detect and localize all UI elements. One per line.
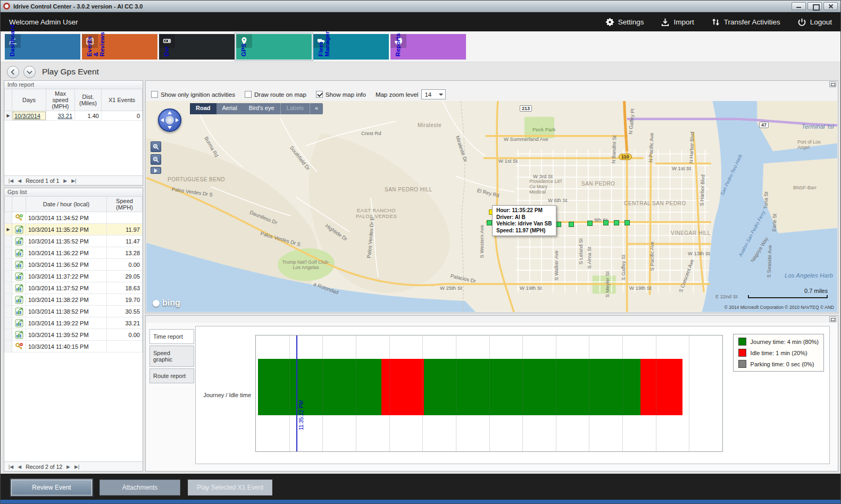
map-view-tabs-collapse-button[interactable]: «	[310, 103, 323, 114]
map-view-tab-labels[interactable]: Labels	[280, 103, 310, 114]
info-column-header[interactable]: X1 Events	[102, 89, 143, 111]
gps-row[interactable]: 10/3/2014 11:37:22 PM29.05	[5, 271, 143, 282]
gps-row[interactable]: 10/3/2014 11:34:52 PM	[5, 212, 143, 224]
info-column-header[interactable]: Max speed (MPH)	[46, 89, 75, 111]
window-title: Idrive Control Center - 3.0.2 version - …	[13, 3, 143, 10]
pager-first-button[interactable]: |◀	[9, 464, 13, 469]
window-controls	[792, 2, 838, 10]
review-event-button[interactable]: Review Event	[11, 480, 92, 495]
gps-point-marker[interactable]	[614, 220, 619, 225]
map-collapse-button[interactable]	[829, 81, 836, 87]
gps-column-header[interactable]: Date / hour (local)	[26, 197, 107, 212]
pager-prev-button[interactable]: ◀	[18, 178, 21, 183]
pan-north-icon	[168, 111, 172, 114]
nav-tab-fleet-manager[interactable]: Fleet Manager	[313, 34, 389, 60]
zoom-out-button[interactable]	[151, 154, 161, 165]
gps-point-marker[interactable]	[624, 220, 630, 225]
import-button[interactable]: Import	[661, 18, 694, 27]
checkbox-show-map-info[interactable]: Show map info	[316, 91, 366, 98]
journey-idle-bar	[258, 359, 682, 416]
nav-tab-label: GPS	[240, 48, 247, 56]
info-column-header[interactable]: Days	[12, 89, 46, 111]
minimize-button[interactable]	[792, 2, 806, 10]
gps-column-header[interactable]: Speed (MPH)	[107, 197, 143, 212]
map-label: S Western Ave	[479, 225, 485, 258]
pager-last-button[interactable]: ▶|	[74, 464, 79, 469]
pager-next-button[interactable]: ▶	[63, 178, 67, 183]
checkbox-icon	[245, 91, 252, 98]
gps-point-marker[interactable]	[603, 220, 609, 225]
gps-row[interactable]: ▶10/3/2014 11:35:22 PM11.97	[5, 224, 143, 236]
expand-down-button[interactable]	[23, 66, 36, 78]
gps-point-marker[interactable]	[587, 221, 593, 226]
back-button[interactable]	[7, 66, 19, 78]
gps-row[interactable]: 10/3/2014 11:38:22 PM19.70	[5, 294, 143, 306]
gps-point-marker[interactable]	[487, 220, 492, 225]
maximize-button[interactable]	[807, 2, 822, 10]
gps-row[interactable]: 10/3/2014 11:39:22 PM33.21	[5, 317, 143, 329]
info-report-row[interactable]: ▶10/3/201433.211.400	[5, 111, 143, 121]
nav-tab-events-reviews[interactable]: Events & Reviews	[82, 34, 157, 60]
map-canvas[interactable]: MiralestePeck ParkW Summerland AveCrest …	[146, 101, 837, 312]
gps-row[interactable]: 10/3/2014 11:35:52 PM11.47	[5, 236, 143, 247]
gps-row[interactable]: 10/3/2014 11:36:22 PM13.28	[5, 247, 143, 259]
legend-item-journey: Journey time: 4 min (80%)	[738, 338, 819, 346]
gridline	[456, 335, 456, 451]
gps-point-marker[interactable]	[556, 222, 561, 227]
gps-speed-cell	[107, 212, 143, 224]
report-tab-time-report[interactable]: Time report	[149, 329, 194, 344]
close-button[interactable]	[823, 2, 838, 10]
map-view-tab-bird-s-eye[interactable]: Bird's eye	[243, 103, 280, 114]
gps-datetime-cell: 10/3/2014 11:40:15 PM	[26, 341, 107, 352]
map-view-tab-road[interactable]: Road	[190, 103, 217, 114]
gps-datetime-cell: 10/3/2014 11:38:52 PM	[26, 306, 107, 317]
legend-label: Idle time: 1 min (20%)	[751, 350, 807, 356]
checkbox-show-only-ignition-activities[interactable]: Show only ignition activities	[151, 91, 235, 98]
nav-tab-dvr[interactable]: Dvr	[159, 34, 235, 60]
chart-collapse-button[interactable]	[829, 316, 836, 322]
pager-next-button[interactable]: ▶	[66, 464, 70, 469]
gps-event-icon	[12, 294, 26, 306]
map-zoom-select[interactable]: 14	[421, 89, 446, 99]
map-controls-expand-button[interactable]	[151, 167, 161, 174]
nav-tab-gps[interactable]: GPS	[236, 34, 312, 60]
bing-logo-icon	[153, 300, 160, 307]
legend-swatch	[738, 338, 746, 346]
pager-prev-button[interactable]: ◀	[18, 464, 21, 469]
pager-first-button[interactable]: |◀	[9, 178, 13, 183]
checkbox-draw-route-on-map[interactable]: Draw route on map	[245, 91, 306, 98]
transfer-button[interactable]: Transfer Activities	[711, 18, 780, 27]
row-indicator-icon	[5, 282, 12, 294]
gps-row[interactable]: 10/3/2014 11:36:52 PM0.00	[5, 259, 143, 271]
map-label: EAST RANCHO PALOS VERDES	[351, 207, 402, 219]
settings-button[interactable]: Settings	[605, 18, 644, 27]
logout-button[interactable]: Logout	[797, 18, 832, 27]
gps-row[interactable]: 10/3/2014 11:38:52 PM30.55	[5, 306, 143, 317]
map-compass-control[interactable]	[158, 108, 181, 132]
info-report-table: DaysMax speed (MPH)Dist. (Miles)X1 Event…	[4, 89, 143, 121]
map-label: S Leland St	[578, 238, 584, 264]
checkbox-label: Draw route on map	[254, 91, 306, 98]
max-speed-cell[interactable]: 33.21	[46, 111, 75, 121]
gps-datetime-cell: 10/3/2014 11:34:52 PM	[26, 212, 107, 224]
play-x1-button: Play Selected X1 Event	[188, 480, 272, 495]
legend-item-idle: Idle time: 1 min (20%)	[738, 349, 819, 357]
days-cell[interactable]: 10/3/2014	[12, 111, 46, 121]
report-tab-speed-graphic[interactable]: Speed graphic	[149, 346, 194, 367]
gridline	[322, 335, 323, 451]
nav-tab-dashboard[interactable]: Dashboard	[5, 34, 80, 60]
pager-last-button[interactable]: ▶|	[71, 178, 76, 183]
nav-tab-reports[interactable]: Reports	[390, 34, 466, 60]
gps-speed-cell: 33.21	[107, 317, 143, 329]
gps-row[interactable]: 10/3/2014 11:37:52 PM18.63	[5, 282, 143, 294]
map-view-tab-aerial[interactable]: Aerial	[217, 103, 243, 114]
zoom-in-button[interactable]	[151, 141, 161, 152]
gps-datetime-cell: 10/3/2014 11:36:52 PM	[26, 259, 107, 271]
gps-point-marker[interactable]	[569, 222, 574, 227]
info-column-header[interactable]: Dist. (Miles)	[75, 89, 102, 111]
chart-category-label: Journey / Idle time	[198, 392, 251, 398]
gps-row[interactable]: 10/3/2014 11:39:52 PM0.00	[5, 329, 143, 341]
attachments-button[interactable]: Attachments	[99, 480, 180, 495]
report-tab-route-report[interactable]: Route report	[149, 368, 194, 383]
gps-row[interactable]: 10/3/2014 11:40:15 PM	[5, 341, 143, 352]
